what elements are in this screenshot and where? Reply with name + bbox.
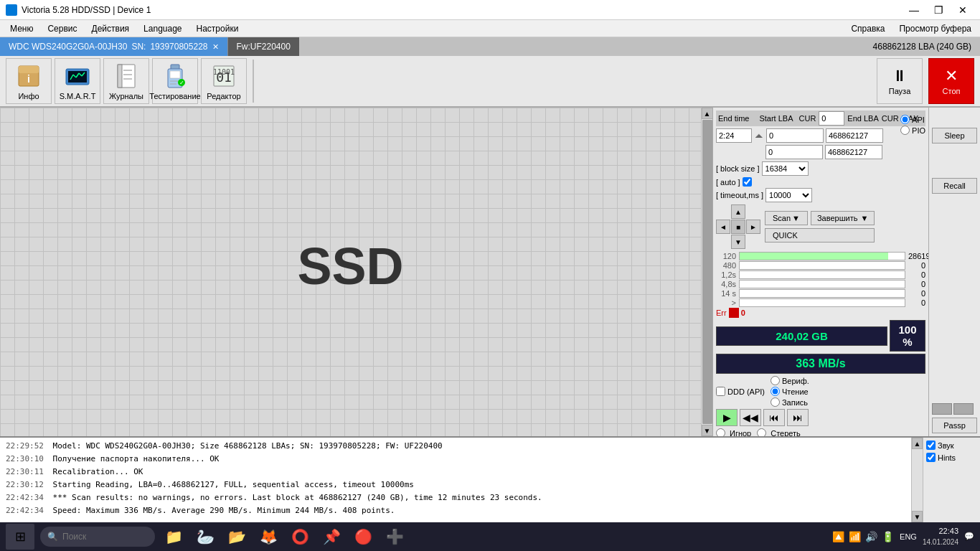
side-btn-2[interactable] — [953, 403, 974, 415]
nav-up-button[interactable]: ▲ — [731, 204, 745, 219]
scroll-up-button[interactable]: ▲ — [702, 108, 713, 119]
recall-button[interactable]: Recall — [932, 178, 977, 194]
sleep-button[interactable]: Sleep — [932, 128, 977, 143]
search-box[interactable]: 🔍 — [40, 527, 155, 547]
verif-radio[interactable] — [771, 376, 780, 385]
menu-item-menu[interactable]: Меню — [3, 22, 40, 35]
tray-battery-icon[interactable]: 🔋 — [882, 531, 894, 542]
taskbar-app-explorer[interactable]: 📂 — [224, 524, 250, 550]
stop-button[interactable]: ✕ Стоп — [928, 58, 974, 104]
taskbar-app-yandex[interactable]: 🦊 — [255, 524, 281, 550]
nav-left-button[interactable]: ◄ — [716, 220, 730, 234]
hints-checkbox[interactable] — [926, 453, 936, 462]
scan-dropdown-arrow[interactable]: ▼ — [792, 214, 800, 222]
menu-item-help[interactable]: Справка — [845, 22, 890, 35]
editor-button[interactable]: 01 11001 Редактор — [201, 58, 247, 104]
timestamp-2: 22:30:10 — [6, 454, 44, 463]
nav-down-button[interactable]: ▼ — [731, 235, 745, 249]
journal-button[interactable]: Журналы — [103, 58, 149, 104]
auto-checkbox[interactable] — [743, 177, 752, 187]
log-scroll-up[interactable]: ▲ — [912, 438, 923, 449]
scan-button[interactable]: Scan ▼ — [765, 211, 808, 225]
side-buttons: Sleep Recall Passp — [928, 108, 980, 436]
sound-checkbox[interactable] — [926, 441, 936, 450]
scan-scrollbar[interactable]: ▲ ▼ — [701, 108, 712, 436]
passp-button[interactable]: Passp — [932, 418, 977, 433]
taskbar-app-swan[interactable]: 🦢 — [192, 524, 218, 550]
tray-up-icon[interactable]: 🔼 — [832, 531, 844, 542]
erase-label: Стереть — [771, 429, 801, 437]
timeout-select[interactable]: 10000 — [765, 188, 812, 202]
step-back-button[interactable]: ⏮ — [763, 409, 785, 426]
taskbar-app-plus[interactable]: ➕ — [382, 524, 407, 550]
stat-row-14s: 14 s 0 — [716, 289, 925, 298]
end-lba-input2[interactable] — [825, 145, 882, 159]
end-time-label: End time — [718, 114, 749, 123]
smart-button[interactable]: S.M.A.R.T — [55, 58, 100, 104]
nav-diamond: ▲ ◄ ■ ► ▼ — [716, 204, 760, 249]
api-radio[interactable] — [900, 115, 910, 124]
app-icon — [6, 4, 17, 16]
time-spinner[interactable]: ⏶ — [754, 130, 764, 141]
test-button[interactable]: ✓ Тестирование — [152, 58, 198, 104]
start-lba-header: Start LBA — [759, 114, 793, 123]
back-button[interactable]: ◀◀ — [740, 409, 761, 426]
taskbar-app-opera[interactable]: ⭕ — [287, 524, 313, 550]
erase-radio[interactable] — [757, 428, 766, 436]
pause-button[interactable]: ⏸ Пауза — [877, 58, 923, 104]
taskbar-app-files[interactable]: 📁 — [161, 524, 187, 550]
menu-item-settings[interactable]: Настройки — [189, 22, 246, 35]
end-time-input[interactable] — [716, 128, 752, 143]
nav-center-button[interactable]: ■ — [731, 220, 745, 234]
cur-input[interactable] — [819, 111, 844, 126]
finish-label: Завершить — [817, 214, 857, 222]
tab-close-button[interactable]: ✕ — [212, 42, 219, 52]
menu-item-buffer[interactable]: Просмотр буфера — [893, 22, 977, 35]
tray-volume-icon[interactable]: 🔊 — [865, 531, 877, 542]
maximize-button[interactable]: ❐ — [927, 0, 950, 20]
step-fwd-button[interactable]: ⏭ — [787, 409, 809, 426]
taskbar-app-red[interactable]: 🔴 — [350, 524, 376, 550]
right-panel: API PIO End time Start LBA CUR End LBA C… — [713, 108, 928, 436]
log-line-6: 22:42:34 Speed: Maximum 336 MB/s. Averag… — [6, 504, 905, 517]
log-scroll-down[interactable]: ▼ — [912, 511, 923, 522]
quick-button[interactable]: QUICK — [765, 228, 875, 242]
scroll-thumb[interactable] — [702, 120, 712, 424]
speed-display: 363 MB/s — [716, 354, 925, 374]
search-input[interactable] — [62, 532, 141, 542]
log-text-4: Starting Reading, LBA=0..468862127, FULL… — [53, 480, 414, 489]
menu-item-actions[interactable]: Действия — [85, 22, 137, 35]
minimize-button[interactable]: — — [903, 0, 925, 20]
tray-network-icon[interactable]: 📶 — [849, 531, 861, 542]
close-button[interactable]: ✕ — [951, 0, 974, 20]
start-lba-input1[interactable] — [766, 128, 824, 143]
lba-header: End time Start LBA CUR End LBA CUR MAX — [716, 110, 925, 126]
drive-tab[interactable]: WDC WDS240G2G0A-00JH30 SN: 193970805228 … — [0, 37, 228, 56]
ddd-checkbox[interactable] — [716, 387, 725, 396]
pio-radio[interactable] — [900, 126, 910, 135]
stat-label-gt: > — [716, 298, 736, 307]
finish-dropdown[interactable]: Завершить ▼ — [811, 211, 875, 225]
nav-right-button[interactable]: ► — [746, 220, 760, 234]
info-button[interactable]: i Инфо — [6, 58, 52, 104]
menu-item-service[interactable]: Сервис — [40, 22, 84, 35]
end-lba-input1[interactable] — [826, 128, 883, 143]
side-btn-1[interactable] — [932, 403, 952, 415]
block-size-select[interactable]: 16384 — [762, 161, 809, 176]
taskbar-right: 🔼 📶 🔊 🔋 ENG 22:43 14.01.2024 💬 — [832, 526, 974, 547]
log-scrollbar[interactable]: ▲ ▼ — [911, 438, 923, 522]
start-lba-input2[interactable] — [765, 145, 823, 159]
start-button[interactable]: ⊞ — [6, 524, 34, 550]
taskbar-app-pin[interactable]: 📌 — [319, 524, 344, 550]
menu-item-language[interactable]: Language — [136, 22, 189, 35]
scan-label: Scan — [773, 214, 791, 222]
notification-icon[interactable]: 💬 — [964, 532, 974, 541]
read-radio[interactable] — [771, 387, 780, 396]
stat-val-14s: 0 — [908, 289, 925, 298]
finish-arrow-icon: ▼ — [860, 214, 868, 222]
ignore-radio[interactable] — [716, 428, 725, 436]
scroll-down-button[interactable]: ▼ — [702, 425, 713, 436]
write-radio[interactable] — [771, 397, 780, 407]
play-button[interactable]: ▶ — [716, 409, 738, 426]
hints-label: Hints — [938, 453, 956, 462]
